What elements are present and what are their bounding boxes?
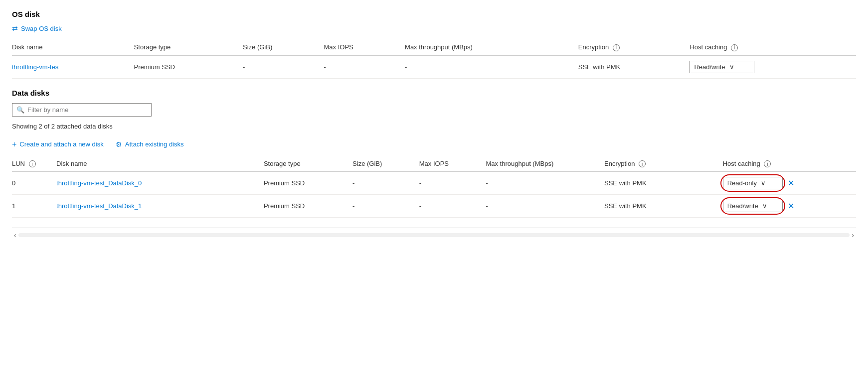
plus-icon: +	[12, 140, 16, 149]
hostcaching-info-icon-data[interactable]: i	[764, 160, 771, 167]
os-hostcaching-value: Read/write	[694, 63, 725, 71]
os-disk-name-cell: throttling-vm-tes	[12, 55, 134, 78]
swap-icon: ⇄	[12, 24, 18, 32]
os-col-storagetype: Storage type	[134, 40, 243, 55]
os-col-size: Size (GiB)	[243, 40, 324, 55]
os-col-encryption: Encryption i	[578, 40, 690, 55]
os-col-hostcaching: Host caching i	[690, 40, 856, 55]
os-col-diskname: Disk name	[12, 40, 134, 55]
hostcaching-value: Read-only	[727, 179, 757, 187]
hostcaching-chevron-icon: ∨	[761, 179, 766, 187]
delete-disk-button-1[interactable]: ✕	[788, 201, 794, 211]
search-icon: 🔍	[16, 106, 24, 114]
data-col-diskname: Disk name	[56, 157, 264, 172]
hostcaching-chevron-icon: ∨	[762, 202, 767, 210]
data-col-hostcaching: Host caching i	[723, 157, 856, 172]
scrollbar-track[interactable]	[18, 233, 850, 237]
attach-btn-label: Attach existing disks	[125, 140, 184, 148]
hostcaching-info-icon-os[interactable]: i	[731, 44, 738, 51]
swap-label: Swap OS disk	[21, 25, 62, 32]
data-encryption-cell: SSE with PMK	[604, 195, 723, 218]
data-diskname-link[interactable]: throttling-vm-test_DataDisk_1	[56, 202, 142, 210]
showing-text: Showing 2 of 2 attached data disks	[12, 123, 856, 130]
data-size-cell: -	[352, 172, 419, 195]
data-col-storagetype: Storage type	[264, 157, 352, 172]
data-hostcaching-cell: Read/write∨✕	[723, 195, 856, 218]
os-size-cell: -	[243, 55, 324, 78]
create-attach-disk-button[interactable]: + Create and attach a new disk	[12, 140, 104, 149]
data-throughput-cell: -	[486, 172, 604, 195]
encryption-info-icon-data[interactable]: i	[639, 160, 646, 167]
hostcaching-value: Read/write	[727, 202, 758, 210]
os-disk-row: throttling-vm-tes Premium SSD - - - SSE …	[12, 55, 856, 78]
data-storage-cell: Premium SSD	[264, 195, 352, 218]
filter-input[interactable]	[27, 106, 147, 114]
scrollbar-container: ‹ ›	[12, 228, 856, 240]
data-col-iops: Max IOPS	[419, 157, 486, 172]
os-disk-name-link[interactable]: throttling-vm-tes	[12, 63, 58, 71]
data-col-lun: LUN i	[12, 157, 56, 172]
data-col-throughput: Max throughput (MBps)	[486, 157, 604, 172]
data-lun-cell: 1	[12, 195, 56, 218]
data-lun-cell: 0	[12, 172, 56, 195]
lun-info-icon[interactable]: i	[29, 160, 36, 167]
data-iops-cell: -	[419, 172, 486, 195]
swap-os-disk-button[interactable]: ⇄ Swap OS disk	[12, 24, 856, 32]
data-disks-title: Data disks	[12, 89, 856, 97]
data-disks-table: LUN i Disk name Storage type Size (GiB) …	[12, 157, 856, 218]
os-storage-type-cell: Premium SSD	[134, 55, 243, 78]
os-hostcaching-dropdown[interactable]: Read/write ∨	[690, 61, 754, 73]
data-hostcaching-dropdown-1[interactable]: Read/write∨	[723, 200, 783, 212]
action-bar: + Create and attach a new disk ⚙ Attach …	[12, 140, 856, 149]
data-col-size: Size (GiB)	[352, 157, 419, 172]
main-container: OS disk ⇄ Swap OS disk Disk name Storage…	[0, 0, 868, 250]
data-diskname-cell: throttling-vm-test_DataDisk_0	[56, 172, 264, 195]
data-disks-section: Data disks 🔍 Showing 2 of 2 attached dat…	[12, 89, 856, 218]
os-disk-title: OS disk	[12, 10, 856, 18]
os-encryption-cell: SSE with PMK	[578, 55, 690, 78]
os-col-maxiops: Max IOPS	[324, 40, 405, 55]
data-diskname-cell: throttling-vm-test_DataDisk_1	[56, 195, 264, 218]
encryption-info-icon-os[interactable]: i	[613, 44, 620, 51]
data-encryption-cell: SSE with PMK	[604, 172, 723, 195]
data-disk-row: 0throttling-vm-test_DataDisk_0Premium SS…	[12, 172, 856, 195]
os-hostcaching-chevron-icon: ∨	[729, 63, 750, 71]
data-hostcaching-dropdown-0[interactable]: Read-only∨	[723, 177, 783, 189]
data-size-cell: -	[352, 195, 419, 218]
os-disk-table: Disk name Storage type Size (GiB) Max IO…	[12, 40, 856, 79]
attach-existing-disks-button[interactable]: ⚙ Attach existing disks	[116, 140, 184, 148]
os-throughput-cell: -	[405, 55, 578, 78]
data-iops-cell: -	[419, 195, 486, 218]
scroll-right-button[interactable]: ›	[850, 230, 856, 240]
scroll-left-button[interactable]: ‹	[12, 230, 18, 240]
os-col-throughput: Max throughput (MBps)	[405, 40, 578, 55]
data-hostcaching-cell: Read-only∨✕	[723, 172, 856, 195]
os-iops-cell: -	[324, 55, 405, 78]
data-throughput-cell: -	[486, 195, 604, 218]
attach-icon: ⚙	[116, 140, 122, 148]
data-diskname-link[interactable]: throttling-vm-test_DataDisk_0	[56, 179, 142, 187]
create-btn-label: Create and attach a new disk	[19, 140, 103, 148]
data-disk-row: 1throttling-vm-test_DataDisk_1Premium SS…	[12, 195, 856, 218]
delete-disk-button-0[interactable]: ✕	[788, 178, 794, 188]
data-storage-cell: Premium SSD	[264, 172, 352, 195]
data-col-encryption: Encryption i	[604, 157, 723, 172]
filter-input-container: 🔍	[12, 103, 152, 117]
os-disk-section: OS disk ⇄ Swap OS disk Disk name Storage…	[12, 10, 856, 79]
os-hostcaching-cell: Read/write ∨	[690, 55, 856, 78]
